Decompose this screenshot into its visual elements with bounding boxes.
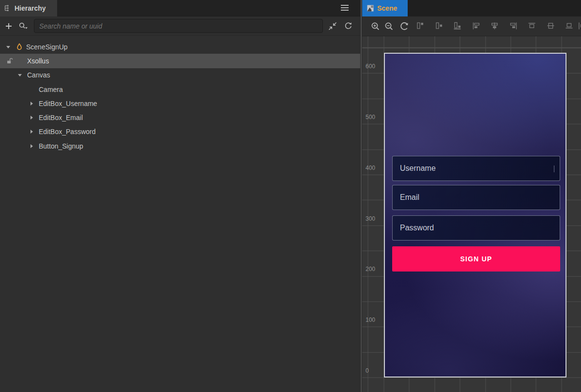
tree-node-label: Camera xyxy=(39,86,63,93)
ruler-label-400: 400 xyxy=(366,165,375,171)
panel-menu-icon[interactable] xyxy=(341,5,349,11)
search-input[interactable] xyxy=(34,19,323,33)
search-filter-icon[interactable] xyxy=(16,22,30,30)
collapse-all-icon[interactable] xyxy=(326,22,339,30)
editbox-email[interactable]: Email xyxy=(392,185,560,210)
scene-toolbar xyxy=(362,16,581,36)
tab-hierarchy[interactable]: Hierarchy xyxy=(0,0,57,16)
tree-node-editbox_email[interactable]: EditBox_Email xyxy=(0,110,360,124)
hierarchy-tree-icon xyxy=(4,5,11,12)
tree-node-label: Canvas xyxy=(27,71,50,79)
ruler-label-600: 600 xyxy=(366,63,375,70)
distribute-bottom-icon[interactable] xyxy=(565,22,573,32)
scene-tab-label: Scene xyxy=(377,4,397,12)
ruler-label-200: 200 xyxy=(366,266,375,272)
tree-node-label: EditBox_Username xyxy=(39,100,97,107)
arrow-spacer xyxy=(29,86,39,93)
hierarchy-tabbar: Hierarchy xyxy=(0,0,360,16)
tree-node-label: Xsollus xyxy=(27,57,49,65)
editbox-username[interactable]: Username xyxy=(392,156,560,181)
editbox-password[interactable]: Password xyxy=(392,215,560,241)
tree-node-label: SceneSignUp xyxy=(26,43,68,51)
distribute-top-icon[interactable] xyxy=(528,22,536,32)
scene-image-icon xyxy=(367,5,374,12)
tree-node-camera[interactable]: Camera xyxy=(0,82,360,96)
expand-arrow-icon[interactable] xyxy=(29,143,39,150)
username-placeholder-text: Username xyxy=(400,164,436,173)
align-right-icon[interactable] xyxy=(509,22,518,32)
ruler-label-100: 100 xyxy=(366,317,375,323)
zoom-in-icon[interactable] xyxy=(371,22,380,33)
arrow-spacer xyxy=(17,58,27,64)
hierarchy-tree: SceneSignUpXsollusCanvasCameraEditBox_Us… xyxy=(0,36,360,153)
scene-flame-icon xyxy=(15,43,26,51)
ruler-label-0: 0 xyxy=(366,367,369,374)
align-bottom-icon[interactable] xyxy=(453,22,461,32)
scene-viewport[interactable]: 6005004003002001000 Username Email Passw… xyxy=(362,36,581,392)
signup-button[interactable]: SIGN UP xyxy=(392,246,560,271)
email-placeholder-text: Email xyxy=(400,193,419,202)
tree-node-xsollus[interactable]: Xsollus xyxy=(0,54,360,68)
scene-panel: Scene 6005004003002001000 Username Email… xyxy=(362,0,581,392)
reset-view-icon[interactable] xyxy=(400,22,409,33)
expand-arrow-icon[interactable] xyxy=(6,44,15,50)
design-canvas[interactable]: Username Email Password SIGN UP xyxy=(384,53,566,377)
editor-window: Hierarchy SceneSignUpXsollusCanvasCamera… xyxy=(0,0,581,392)
tab-scene[interactable]: Scene xyxy=(362,0,408,16)
tree-node-label: EditBox_Email xyxy=(39,114,83,121)
ruler-label-300: 300 xyxy=(366,215,375,222)
hierarchy-search-row xyxy=(0,16,360,36)
tree-node-canvas[interactable]: Canvas xyxy=(0,68,360,82)
tree-node-button_signup[interactable]: Button_Signup xyxy=(0,139,360,153)
hierarchy-tab-label: Hierarchy xyxy=(15,4,46,12)
align-vcenter-icon[interactable] xyxy=(435,22,443,32)
tree-node-label: Button_Signup xyxy=(39,142,83,150)
refresh-icon[interactable] xyxy=(342,22,354,30)
tree-node-editbox_password[interactable]: EditBox_Password xyxy=(0,125,360,139)
distribute-left-icon[interactable] xyxy=(578,22,581,32)
zoom-out-icon[interactable] xyxy=(384,22,394,33)
text-caret xyxy=(554,166,555,172)
scene-tabbar: Scene xyxy=(362,0,581,16)
tree-node-editbox_username[interactable]: EditBox_Username xyxy=(0,96,360,110)
align-left-icon[interactable] xyxy=(472,22,480,32)
expand-arrow-icon[interactable] xyxy=(29,100,39,107)
tree-node-scenesignup[interactable]: SceneSignUp xyxy=(0,40,360,54)
align-hcenter-icon[interactable] xyxy=(490,22,499,32)
align-top-icon[interactable] xyxy=(416,22,424,32)
tree-node-label: EditBox_Password xyxy=(39,128,96,136)
add-node-icon[interactable] xyxy=(3,22,15,30)
distribute-vcenter-icon[interactable] xyxy=(547,22,555,32)
password-placeholder-text: Password xyxy=(400,224,434,232)
expand-arrow-icon[interactable] xyxy=(29,114,39,121)
hierarchy-panel: Hierarchy SceneSignUpXsollusCanvasCamera… xyxy=(0,0,360,392)
ruler-label-500: 500 xyxy=(366,114,375,121)
expand-arrow-icon[interactable] xyxy=(17,72,27,78)
expand-arrow-icon[interactable] xyxy=(29,128,39,135)
lock-open-icon[interactable] xyxy=(6,58,13,66)
